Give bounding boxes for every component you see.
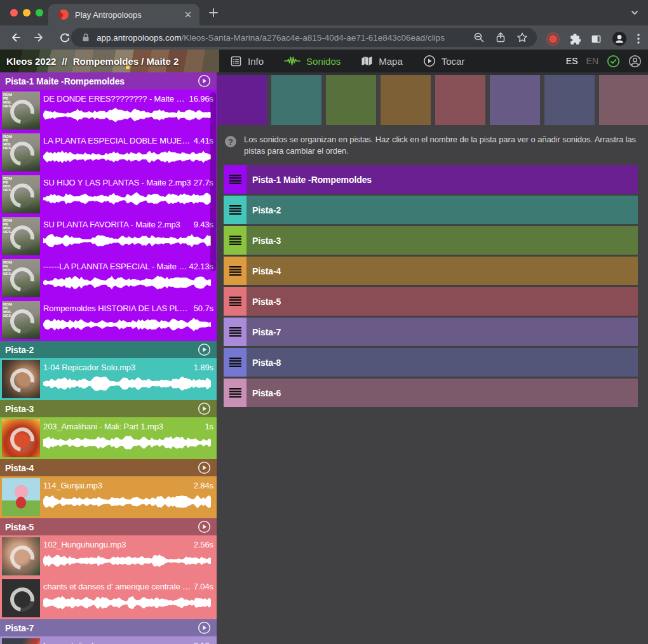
- side-panel-icon[interactable]: [590, 33, 602, 45]
- lock-icon[interactable]: [81, 32, 90, 43]
- track-row[interactable]: Pista-6: [224, 379, 638, 407]
- track-row[interactable]: Pista-4: [224, 257, 638, 285]
- bookmark-star-icon[interactable]: [516, 32, 528, 43]
- track-row-body[interactable]: Pista-2: [246, 196, 638, 224]
- track-header[interactable]: Pista-3: [0, 400, 217, 417]
- sidebar-scrollbar-thumb[interactable]: [210, 92, 216, 271]
- track-drag-handle[interactable]: [224, 257, 246, 285]
- nav-item-mapa[interactable]: Mapa: [361, 55, 403, 67]
- track-drag-handle[interactable]: [224, 318, 246, 346]
- clip-item[interactable]: Las castañuelas3.13s: [0, 636, 217, 644]
- track-row-body[interactable]: Pista-7: [246, 318, 638, 346]
- track-row[interactable]: Pista-8: [224, 348, 638, 377]
- clip-title: 1-04 Repicador Solo.mp3: [43, 363, 192, 372]
- tab-close-icon[interactable]: [183, 10, 193, 20]
- track-drag-handle[interactable]: [224, 287, 246, 316]
- browser-tab[interactable]: Play Antropoloops: [48, 4, 199, 25]
- clip-item[interactable]: chants et danses d' amerique centrale - …: [0, 577, 217, 619]
- clip-item[interactable]: 203_Amalihani - Mali: Part 1.mp31s: [0, 417, 217, 459]
- track-row-body[interactable]: Pista-4: [246, 257, 638, 285]
- lang-toggle-en[interactable]: EN: [586, 56, 598, 66]
- back-button[interactable]: [9, 31, 22, 44]
- help-question-icon: ?: [225, 136, 236, 147]
- track-row-body[interactable]: Pista-6: [246, 379, 638, 407]
- track-header[interactable]: Pista-2: [0, 341, 217, 358]
- clip-thumbnail-santa-hat: [2, 638, 40, 644]
- track-row[interactable]: Pista-7: [224, 318, 638, 346]
- track-row[interactable]: Pista-2: [224, 196, 638, 224]
- play-track-button[interactable]: [198, 520, 211, 533]
- clip-item[interactable]: 1-04 Repicador Solo.mp31.89s: [0, 358, 217, 400]
- breadcrumb[interactable]: Kleos 2022 // Rompemoldes / Maite 2: [6, 50, 179, 72]
- track-drag-handle[interactable]: [224, 165, 246, 194]
- macos-zoom-button[interactable]: [36, 9, 43, 17]
- account-icon[interactable]: [628, 55, 642, 68]
- tab-search-chevron-icon[interactable]: [630, 8, 639, 17]
- macos-close-button[interactable]: [10, 9, 18, 17]
- clip-item[interactable]: ROM PE MOL DESSU HIJO Y LAS PLANTAS - Ma…: [0, 173, 217, 215]
- track-row[interactable]: Pista-1 Maite -Rompemoldes: [224, 165, 638, 194]
- nav-item-sonidos[interactable]: Sonidos: [284, 55, 341, 67]
- drag-handle-icon: [229, 297, 241, 306]
- loop-cell[interactable]: [490, 75, 540, 125]
- loop-cell[interactable]: [435, 75, 485, 125]
- share-icon[interactable]: [495, 32, 506, 43]
- nav-item-tocar[interactable]: Tocar: [423, 55, 465, 67]
- loop-cell[interactable]: [599, 75, 648, 125]
- clip-item[interactable]: ROM PE MOL DESDE DONDE ERES???????? - Ma…: [0, 90, 217, 131]
- track-row-body[interactable]: Pista-5: [246, 287, 638, 316]
- track-row-label: Pista-6: [252, 388, 281, 398]
- url-bar[interactable]: app.antropoloops.com/Kleos-Santa-Marina/…: [71, 28, 537, 47]
- clip-item[interactable]: ROM PE MOL DESSU PLANTA FAVORITA - Maite…: [0, 215, 217, 257]
- track-row[interactable]: Pista-5: [224, 287, 638, 316]
- macos-minimize-button[interactable]: [23, 9, 30, 17]
- clip-waveform: [43, 374, 211, 393]
- loop-cell[interactable]: [326, 75, 376, 125]
- reload-button[interactable]: [58, 31, 71, 44]
- track-drag-handle[interactable]: [224, 379, 246, 407]
- play-track-button[interactable]: [198, 402, 211, 415]
- thumbnail-overlay-text: ROM PE MOL DES: [3, 260, 12, 276]
- new-tab-button[interactable]: [208, 7, 219, 18]
- sync-check-icon[interactable]: [607, 55, 620, 68]
- session-name: Rompemoldes / Maite 2: [73, 56, 179, 67]
- track-row-body[interactable]: Pista-3: [246, 226, 638, 255]
- play-track-button[interactable]: [198, 74, 211, 88]
- track-row-body[interactable]: Pista-8: [246, 348, 638, 377]
- nav-item-info[interactable]: Info: [230, 55, 264, 67]
- clip-item[interactable]: ROM PE MOL DESLA PLANTA ESPECIAL DOBLE M…: [0, 131, 217, 173]
- track-row-body[interactable]: Pista-1 Maite -Rompemoldes: [246, 165, 638, 194]
- loop-cell[interactable]: [544, 75, 595, 125]
- play-track-button[interactable]: [198, 621, 211, 634]
- play-track-button[interactable]: [198, 461, 211, 474]
- clip-waveform: [43, 231, 211, 250]
- track-drag-handle[interactable]: [224, 226, 246, 255]
- loop-cell[interactable]: [381, 75, 431, 125]
- loop-cell[interactable]: [271, 75, 321, 125]
- profile-avatar[interactable]: [612, 31, 627, 46]
- clip-item[interactable]: ROM PE MOL DES------LA PLANNTA ESPECIAL …: [0, 257, 217, 299]
- extensions-puzzle-icon[interactable]: [569, 33, 581, 45]
- lang-toggle-es[interactable]: ES: [566, 56, 578, 66]
- track-header[interactable]: Pista-1 Maite -Rompemoldes: [0, 72, 217, 90]
- clip-item[interactable]: ROM PE MOL DESRompemoldes HISTORIA DE LA…: [0, 299, 217, 341]
- play-track-button[interactable]: [198, 343, 211, 356]
- record-extension-icon[interactable]: [549, 35, 557, 43]
- clip-item[interactable]: 114_Gunjai.mp32.84s: [0, 476, 217, 518]
- clip-duration: 2.56s: [194, 540, 213, 549]
- clip-item[interactable]: 102_Hunguhungu.mp32.56s: [0, 535, 217, 577]
- thumbnail-overlay-text: ROM PE MOL DES: [3, 302, 12, 318]
- track-header[interactable]: Pista-5: [0, 518, 217, 535]
- track-section: Pista-7Las castañuelas3.13s: [0, 619, 217, 644]
- track-name: Pista-2: [5, 345, 34, 355]
- track-header[interactable]: Pista-4: [0, 459, 217, 476]
- track-drag-handle[interactable]: [224, 196, 246, 224]
- loop-cell[interactable]: [217, 75, 267, 125]
- zoom-out-icon[interactable]: [473, 32, 485, 43]
- project-name: Kleos 2022: [6, 56, 56, 67]
- track-row[interactable]: Pista-3: [224, 226, 638, 255]
- forward-button[interactable]: [33, 31, 46, 44]
- track-drag-handle[interactable]: [224, 348, 246, 377]
- kebab-menu-icon[interactable]: [637, 33, 640, 44]
- track-header[interactable]: Pista-7: [0, 619, 217, 636]
